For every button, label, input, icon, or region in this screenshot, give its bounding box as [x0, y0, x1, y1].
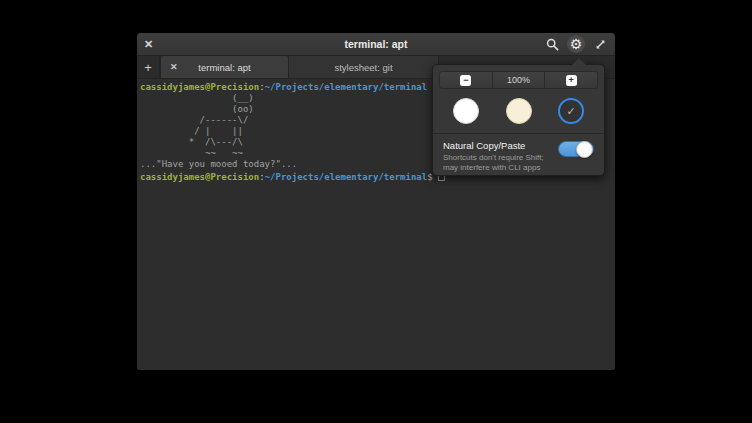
theme-solarized-option[interactable] — [506, 98, 532, 124]
settings-popover: − 100% + ✓ Natural Copy/Paste Shortcuts … — [432, 64, 605, 176]
zoom-control: − 100% + — [439, 71, 598, 89]
zoom-out-button[interactable]: − — [439, 71, 493, 89]
expand-icon — [594, 38, 607, 51]
tab-close-icon[interactable]: ✕ — [170, 56, 178, 78]
prompt-user-host: cassidyjames@Precision — [140, 172, 259, 182]
natural-copy-paste-row: Natural Copy/Paste Shortcuts don't requi… — [433, 134, 604, 173]
zoom-out-icon: − — [460, 75, 471, 86]
fullscreen-button[interactable] — [591, 35, 609, 53]
tab-label: stylesheet: git — [334, 62, 392, 73]
prompt-path: ~/Projects/elementary/terminal — [265, 82, 428, 92]
natural-copy-paste-toggle[interactable] — [558, 141, 594, 157]
new-tab-button[interactable]: + — [137, 56, 160, 78]
prompt-user-host: cassidyjames@Precision — [140, 82, 259, 92]
prompt-path: ~/Projects/elementary/terminal — [265, 172, 428, 182]
search-button[interactable] — [543, 35, 561, 53]
desktop: ✕ terminal: apt ⚙ — [0, 0, 752, 423]
theme-selector: ✓ — [433, 89, 604, 124]
settings-button[interactable]: ⚙ — [567, 35, 585, 53]
theme-light-option[interactable] — [453, 98, 479, 124]
gear-icon: ⚙ — [570, 37, 583, 51]
tab-label: terminal: apt — [198, 62, 250, 73]
popover-arrow — [572, 58, 586, 65]
zoom-level[interactable]: 100% — [493, 71, 546, 89]
tab-stylesheet-git[interactable]: stylesheet: git — [289, 56, 439, 78]
zoom-in-button[interactable]: + — [545, 71, 598, 89]
tab-terminal-apt[interactable]: ✕ terminal: apt — [160, 56, 289, 78]
zoom-in-icon: + — [566, 75, 577, 86]
toggle-knob — [576, 141, 593, 158]
header-bar: ✕ terminal: apt ⚙ — [137, 33, 615, 56]
search-icon — [546, 38, 559, 51]
check-icon: ✓ — [566, 105, 575, 118]
theme-dark-option[interactable]: ✓ — [558, 98, 584, 124]
terminal-window: ✕ terminal: apt ⚙ — [137, 33, 615, 370]
